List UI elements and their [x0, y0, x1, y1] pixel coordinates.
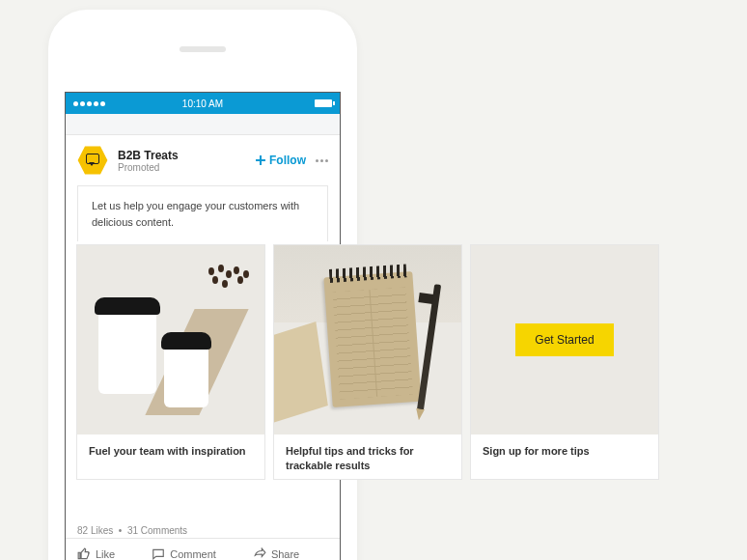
carousel-card-2[interactable]: Helpful tips and tricks for trackable re… — [273, 244, 462, 480]
company-name[interactable]: B2B Treats — [118, 149, 179, 162]
post-body: Let us help you engage your customers wi… — [66, 185, 340, 241]
post-description: Let us help you engage your customers wi… — [77, 185, 328, 241]
comment-button[interactable]: Comment — [152, 547, 216, 561]
comments-count: 31 Comments — [127, 525, 187, 536]
follow-label: Follow — [269, 154, 306, 167]
get-started-button[interactable]: Get Started — [515, 323, 613, 356]
battery-icon — [315, 99, 332, 107]
comment-icon — [152, 547, 165, 561]
coffee-beans-icon — [205, 265, 253, 294]
card-caption: Sign up for more tips — [471, 434, 658, 479]
share-label: Share — [271, 548, 299, 560]
like-button[interactable]: Like — [77, 547, 115, 561]
promoted-label: Promoted — [118, 162, 179, 173]
card-image-cta: Get Started — [471, 245, 658, 434]
company-meta: B2B Treats Promoted — [118, 149, 179, 173]
card-image-coffee — [77, 245, 264, 434]
card-caption: Helpful tips and tricks for trackable re… — [274, 434, 461, 479]
phone-speaker — [180, 46, 226, 52]
share-icon — [253, 547, 266, 561]
company-logo[interactable] — [77, 145, 108, 176]
post-header: B2B Treats Promoted Follow — [66, 135, 340, 185]
follow-button[interactable]: Follow — [255, 154, 306, 167]
likes-count: 82 Likes — [77, 525, 113, 536]
coffee-cup-icon — [98, 309, 156, 394]
carousel-card-1[interactable]: Fuel your team with inspiration — [76, 244, 265, 480]
post-stats[interactable]: 82 Likes • 31 Comments — [77, 525, 187, 536]
notebook-icon — [323, 271, 421, 407]
status-time: 10:10 AM — [182, 98, 223, 109]
signal-dots-icon — [73, 101, 105, 106]
promoted-carousel[interactable]: Fuel your team with inspiration Helpful … — [76, 244, 659, 480]
like-label: Like — [96, 548, 115, 560]
card-image-notebook — [274, 245, 461, 434]
comment-label: Comment — [170, 548, 216, 560]
more-options-button[interactable] — [316, 159, 328, 162]
share-button[interactable]: Share — [253, 547, 299, 561]
action-bar: Like Comment Share — [66, 538, 340, 560]
carousel-card-3[interactable]: Get Started Sign up for more tips — [470, 244, 659, 480]
like-icon — [77, 547, 91, 561]
status-bar: 10:10 AM — [66, 93, 340, 114]
card-caption: Fuel your team with inspiration — [77, 434, 264, 479]
app-header-bar — [66, 114, 340, 135]
coffee-cup-icon — [164, 344, 208, 407]
plus-icon — [255, 154, 266, 166]
